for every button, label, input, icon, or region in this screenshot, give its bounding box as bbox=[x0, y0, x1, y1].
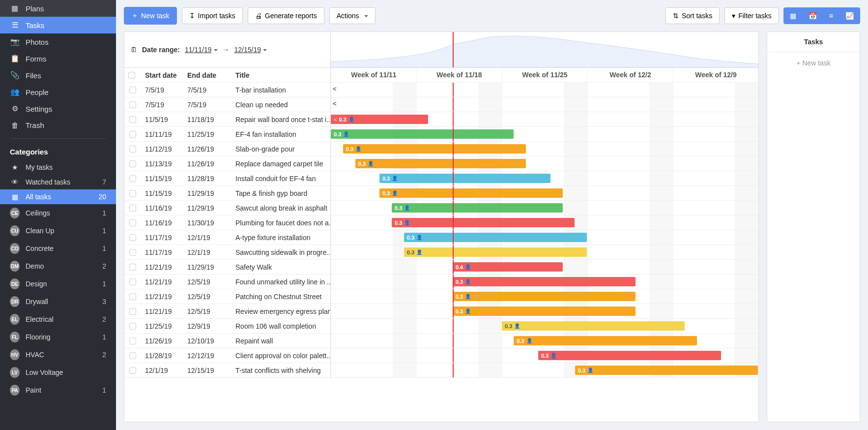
view-gantt-button[interactable]: ≡ bbox=[823, 7, 839, 24]
row-checkbox[interactable] bbox=[124, 334, 141, 348]
category-watched-tasks[interactable]: 👁Watched tasks7 bbox=[0, 175, 116, 189]
nav-files[interactable]: 📎Files bbox=[0, 67, 116, 84]
row-checkbox[interactable] bbox=[124, 83, 141, 97]
gantt-bar[interactable]: 0.3👤 bbox=[343, 144, 526, 154]
category-hvac[interactable]: HVHVAC2 bbox=[0, 346, 116, 364]
category-demo[interactable]: DMDemo2 bbox=[0, 257, 116, 275]
actions-button[interactable]: Actions bbox=[329, 7, 376, 24]
filter-tasks-button[interactable]: ▾Filter tasks bbox=[724, 7, 779, 24]
row-checkbox[interactable] bbox=[124, 112, 141, 127]
gantt-bar[interactable]: 0.3👤 bbox=[575, 366, 758, 375]
row-title[interactable]: Slab-on-grade pour bbox=[231, 142, 331, 156]
date-end[interactable]: 12/15/19 bbox=[234, 46, 267, 54]
right-panel-new-task[interactable]: + New task bbox=[767, 52, 860, 74]
gantt-bar[interactable]: 0.3👤 bbox=[453, 277, 636, 286]
row-checkbox[interactable] bbox=[124, 127, 141, 142]
row-title[interactable]: Plumbing for faucet does not a... bbox=[231, 215, 331, 230]
nav-forms[interactable]: 📋Forms bbox=[0, 50, 116, 67]
row-checkbox[interactable] bbox=[124, 201, 141, 215]
row-checkbox[interactable] bbox=[124, 260, 141, 275]
row-checkbox[interactable] bbox=[124, 215, 141, 230]
gantt-bar[interactable]: 0.3👤 bbox=[538, 351, 721, 360]
col-start[interactable]: Start date bbox=[141, 68, 183, 83]
gantt-bar[interactable]: 0.3👤 bbox=[453, 307, 636, 316]
row-checkbox[interactable] bbox=[124, 275, 141, 289]
col-title[interactable]: Title bbox=[231, 68, 331, 83]
row-title[interactable]: Replace damaged carpet tile bbox=[231, 156, 331, 171]
category-design[interactable]: DEDesign1 bbox=[0, 275, 116, 293]
row-title[interactable]: Patching on Chestnut Street bbox=[231, 289, 331, 304]
sort-tasks-button[interactable]: ⇅Sort tasks bbox=[665, 7, 720, 24]
row-checkbox[interactable] bbox=[124, 348, 141, 363]
gantt-bar[interactable]: 0.3👤 bbox=[379, 188, 562, 198]
category-flooring[interactable]: FLFlooring1 bbox=[0, 328, 116, 346]
person-icon: 👤 bbox=[514, 323, 520, 329]
row-title[interactable]: T-bar installation bbox=[231, 83, 331, 97]
row-checkbox[interactable] bbox=[124, 142, 141, 156]
gantt-bar[interactable]: 0.3👤 bbox=[331, 129, 514, 139]
row-title[interactable]: Tape & finish gyp board bbox=[231, 186, 331, 201]
row-title[interactable]: Safety Walk bbox=[231, 260, 331, 275]
row-title[interactable]: EF-4 fan installation bbox=[231, 127, 331, 142]
row-title[interactable]: Repaint wall bbox=[231, 334, 331, 348]
row-title[interactable]: Review emergency egress plan... bbox=[231, 304, 331, 319]
import-tasks-button[interactable]: ↧Import tasks bbox=[182, 7, 243, 24]
row-checkbox[interactable] bbox=[124, 230, 141, 245]
row-title[interactable]: Repair wall board once t-stat i... bbox=[231, 112, 331, 127]
gantt-bar[interactable]: 0.3👤 bbox=[379, 174, 550, 183]
nav-trash[interactable]: 🗑Trash bbox=[0, 117, 116, 133]
row-checkbox[interactable] bbox=[124, 245, 141, 260]
category-drywall[interactable]: DRDrywall3 bbox=[0, 293, 116, 310]
gantt-bar[interactable]: 0.4👤 bbox=[453, 262, 563, 272]
row-title[interactable]: Room 106 wall completion bbox=[231, 319, 331, 334]
col-end[interactable]: End date bbox=[183, 68, 231, 83]
new-task-button[interactable]: ＋New task bbox=[124, 7, 177, 25]
date-start[interactable]: 11/11/19 bbox=[185, 46, 218, 54]
generate-reports-button[interactable]: 🖨Generate reports bbox=[248, 7, 324, 24]
row-checkbox[interactable] bbox=[124, 97, 141, 112]
gantt-bar[interactable]: 0.3👤 bbox=[514, 336, 696, 345]
gantt-bar[interactable]: <0.3👤 bbox=[331, 115, 428, 124]
nav-plans[interactable]: ▦Plans bbox=[0, 0, 116, 17]
nav-tasks[interactable]: ☰Tasks bbox=[0, 17, 116, 33]
category-paint[interactable]: PAPaint1 bbox=[0, 381, 116, 399]
row-checkbox[interactable] bbox=[124, 304, 141, 319]
arrow-right-icon: → bbox=[223, 46, 230, 54]
col-checkbox[interactable] bbox=[124, 68, 141, 83]
gantt-bar[interactable]: 0.3👤 bbox=[355, 159, 526, 168]
category-ceilings[interactable]: CECeilings1 bbox=[0, 204, 116, 222]
category-clean-up[interactable]: CUClean Up1 bbox=[0, 222, 116, 240]
gantt-bar[interactable]: 0.3👤 bbox=[392, 218, 575, 227]
view-chart-button[interactable]: 📈 bbox=[839, 7, 860, 24]
view-calendar-button[interactable]: 📅 bbox=[802, 7, 823, 24]
row-title[interactable]: Client approval on color palett... bbox=[231, 348, 331, 363]
gantt-bar[interactable]: 0.3👤 bbox=[404, 247, 587, 257]
gantt-bar[interactable]: 0.3👤 bbox=[453, 292, 636, 301]
row-title[interactable]: Sawcutting sidewalk in progre... bbox=[231, 245, 331, 260]
row-title[interactable]: Found unmarked utility line in ... bbox=[231, 275, 331, 289]
category-my-tasks[interactable]: ★My tasks bbox=[0, 160, 116, 175]
category-all-tasks[interactable]: ▦All tasks20 bbox=[0, 189, 116, 204]
row-title[interactable]: Sawcut along break in asphalt bbox=[231, 201, 331, 215]
nav-people[interactable]: 👥People bbox=[0, 84, 116, 100]
category-electrical[interactable]: ELElectrical2 bbox=[0, 310, 116, 328]
gantt-grid[interactable]: Start date End date Title Week of 11/11W… bbox=[124, 68, 758, 422]
row-title[interactable]: Install conduit for EF-4 fan bbox=[231, 171, 331, 186]
row-checkbox[interactable] bbox=[124, 171, 141, 186]
gantt-bar[interactable]: 0.3👤 bbox=[404, 233, 587, 242]
row-checkbox[interactable] bbox=[124, 319, 141, 334]
view-grid-button[interactable]: ▦ bbox=[783, 7, 803, 24]
gantt-bar[interactable]: 0.3👤 bbox=[502, 321, 685, 331]
row-title[interactable]: T-stat conflicts with shelving bbox=[231, 363, 331, 378]
row-title[interactable]: Clean up needed bbox=[231, 97, 331, 112]
category-concrete[interactable]: COConcrete1 bbox=[0, 240, 116, 257]
nav-photos[interactable]: 📷Photos bbox=[0, 33, 116, 50]
category-low-voltage[interactable]: LVLow Voltage bbox=[0, 364, 116, 381]
row-checkbox[interactable] bbox=[124, 186, 141, 201]
nav-settings[interactable]: ⚙Settings bbox=[0, 100, 116, 117]
row-checkbox[interactable] bbox=[124, 363, 141, 378]
gantt-bar[interactable]: 0.3👤 bbox=[392, 203, 563, 213]
row-checkbox[interactable] bbox=[124, 156, 141, 171]
row-title[interactable]: A-type fixture installation bbox=[231, 230, 331, 245]
row-checkbox[interactable] bbox=[124, 289, 141, 304]
